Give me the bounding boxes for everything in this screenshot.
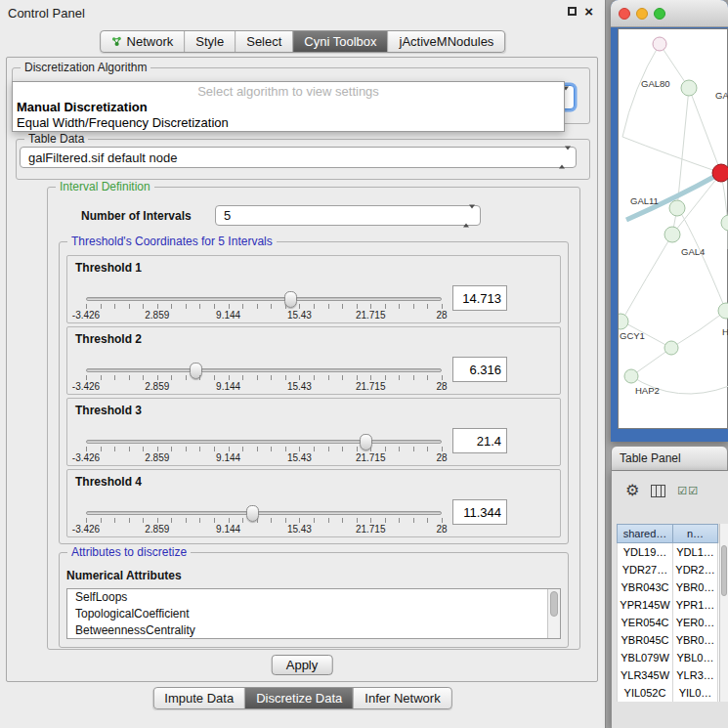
threshold-label: Threshold 3 xyxy=(75,404,142,417)
network-node-selected[interactable] xyxy=(712,164,728,182)
scale-label: -3.426 xyxy=(72,381,100,392)
tab-network[interactable]: Network xyxy=(101,31,186,52)
column-header-name[interactable]: n… xyxy=(673,524,718,543)
tab-select[interactable]: Select xyxy=(236,31,293,52)
popup-item-manual-discretization[interactable]: Manual Discretization xyxy=(13,99,564,114)
column-header-shared-name[interactable]: shared… xyxy=(617,524,673,543)
network-node-label: GA xyxy=(715,90,728,101)
threshold-value-field[interactable] xyxy=(452,428,507,453)
network-node[interactable] xyxy=(718,303,728,319)
tab-label: Select xyxy=(246,34,281,49)
cell[interactable]: YER054C xyxy=(617,614,673,631)
table-row[interactable]: YDL19… YDL1… xyxy=(617,543,719,561)
list-item[interactable]: SelfLoops xyxy=(67,589,560,606)
float-window-icon[interactable] xyxy=(568,7,577,16)
table-panel-titlebar[interactable]: Table Panel xyxy=(611,446,728,471)
popup-hint: Select algorithm to view settings xyxy=(13,82,564,99)
scale-label: 21.715 xyxy=(356,524,386,535)
table-row[interactable]: YDR27… YDR2… xyxy=(617,561,719,578)
tab-label: jActiveMNodules xyxy=(400,34,494,49)
scrollbar-thumb[interactable] xyxy=(721,545,727,596)
cell[interactable]: YLR345W xyxy=(617,666,673,684)
cell[interactable]: YBR045C xyxy=(617,631,673,649)
network-node[interactable] xyxy=(721,215,728,231)
cell[interactable]: YLR3… xyxy=(673,666,718,684)
network-node[interactable] xyxy=(624,369,638,383)
list-item[interactable]: TopologicalCoefficient xyxy=(67,606,560,622)
close-icon[interactable]: × xyxy=(584,6,593,17)
close-button[interactable] xyxy=(619,8,630,20)
threshold-value-field[interactable] xyxy=(452,285,507,311)
scale-label: 15.43 xyxy=(287,381,312,392)
threshold-slider-3: -3.426 2.859 9.144 15.43 21.715 28 xyxy=(86,434,442,465)
slider-track[interactable] xyxy=(86,440,442,444)
tab-infer-network[interactable]: Infer Network xyxy=(354,688,450,708)
cell[interactable]: YBR0… xyxy=(673,631,718,649)
number-of-intervals-combobox[interactable]: 5 xyxy=(215,205,481,226)
control-panel-titlebar[interactable]: Control Panel × xyxy=(0,0,605,25)
cell[interactable]: YIL0… xyxy=(673,684,718,702)
table-row[interactable]: YBL079W YBL0… xyxy=(617,649,719,666)
cell[interactable]: YIL052C xyxy=(617,684,673,702)
table-row[interactable]: YPR145W YPR1… xyxy=(617,596,719,614)
threshold-value-field[interactable] xyxy=(452,357,507,382)
list-item[interactable]: BetweennessCentrality xyxy=(67,622,560,639)
minimize-button[interactable] xyxy=(636,8,648,20)
table-scrollbar[interactable] xyxy=(719,524,728,702)
scrollbar-thumb[interactable] xyxy=(550,591,558,617)
network-node[interactable] xyxy=(653,37,666,51)
popup-item-equal-width-frequency[interactable]: Equal Width/Frequency Discretization xyxy=(13,114,564,130)
group-title: Threshold's Coordinates for 5 Intervals xyxy=(67,235,277,248)
scale-label: -3.426 xyxy=(72,452,100,463)
list-scrollbar[interactable] xyxy=(547,589,560,638)
threshold-value-field[interactable] xyxy=(452,499,507,525)
table-row[interactable]: YER054C YER0… xyxy=(617,614,719,631)
slider-scale-labels: -3.426 2.859 9.144 15.43 21.715 28 xyxy=(86,452,442,464)
network-node[interactable] xyxy=(664,341,678,355)
table-row[interactable]: YIL052C YIL0… xyxy=(617,684,719,702)
algorithm-dropdown-popup: Select algorithm to view settings Manual… xyxy=(12,81,565,132)
column-chooser-icon[interactable] xyxy=(651,485,665,497)
network-node-label: GCY1 xyxy=(620,330,645,341)
table-data-combobox[interactable]: galFiltered.sif default node xyxy=(20,147,577,168)
network-window-titlebar[interactable] xyxy=(611,0,728,27)
table-row[interactable]: YLR345W YLR3… xyxy=(617,666,719,684)
threshold-panel-2: Threshold 2 -3.426 2.859 9.144 15.43 21.… xyxy=(66,326,561,395)
slider-track[interactable] xyxy=(86,368,442,372)
cell[interactable]: YDR2… xyxy=(673,561,718,578)
cell[interactable]: YBL0… xyxy=(673,649,718,666)
apply-button[interactable]: Apply xyxy=(272,655,333,675)
zoom-button[interactable] xyxy=(654,8,665,20)
cell[interactable]: YBR0… xyxy=(673,578,718,596)
cell[interactable]: YBR043C xyxy=(617,578,673,596)
cell[interactable]: YER0… xyxy=(673,614,718,631)
network-node[interactable] xyxy=(681,80,697,96)
network-canvas[interactable]: GAL80 GA GAL11 GAL4 GCY1 HAP2 H xyxy=(618,28,728,429)
cell[interactable]: YDR27… xyxy=(617,561,673,578)
cell[interactable]: YBL079W xyxy=(617,649,673,666)
slider-track[interactable] xyxy=(86,511,442,515)
cell[interactable]: YPR1… xyxy=(673,596,718,614)
scale-label: 28 xyxy=(436,310,447,321)
network-node[interactable] xyxy=(619,314,628,329)
slider-track[interactable] xyxy=(86,297,442,301)
select-rows-icons[interactable]: ☑☑ xyxy=(677,485,699,497)
cell[interactable]: YDL1… xyxy=(673,543,718,561)
tab-jactivemnodules[interactable]: jActiveMNodules xyxy=(389,31,505,52)
number-of-intervals-label: Number of Intervals xyxy=(81,209,192,223)
network-node[interactable] xyxy=(669,200,685,216)
slider-ticks xyxy=(86,304,443,309)
table-row[interactable]: YBR043C YBR0… xyxy=(617,578,719,596)
cell[interactable]: YDL19… xyxy=(617,543,673,561)
gear-icon[interactable]: ⚙ xyxy=(625,483,639,498)
tab-cyni-toolbox[interactable]: Cyni Toolbox xyxy=(293,31,388,52)
tab-style[interactable]: Style xyxy=(185,31,236,52)
tab-impute-data[interactable]: Impute Data xyxy=(153,688,245,708)
scale-label: 15.43 xyxy=(287,452,312,463)
network-node[interactable] xyxy=(664,227,680,242)
table-row[interactable]: YBR045C YBR0… xyxy=(617,631,719,649)
cell[interactable]: YPR145W xyxy=(617,596,673,614)
scale-label: 2.859 xyxy=(145,381,169,392)
tab-discretize-data[interactable]: Discretize Data xyxy=(245,688,354,708)
scale-label: 9.144 xyxy=(216,310,240,321)
